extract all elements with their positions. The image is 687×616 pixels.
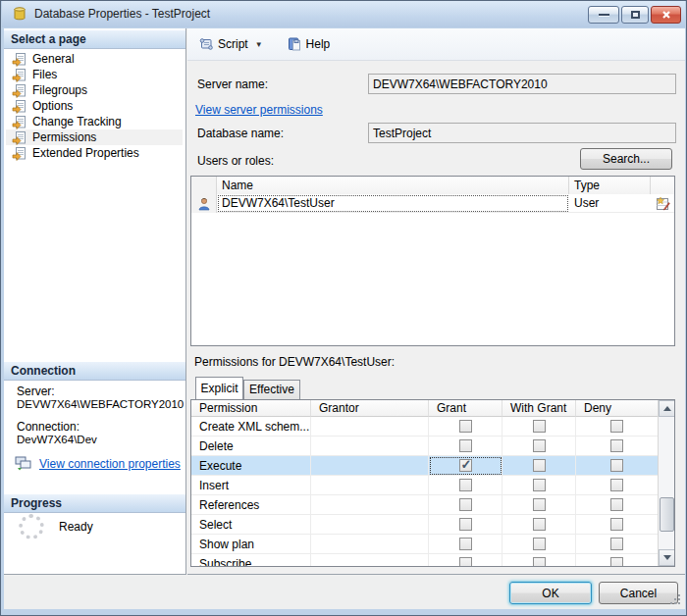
with-grant-checkbox[interactable] bbox=[533, 479, 546, 491]
permissions-table[interactable]: Permission Grantor Grant With Grant Deny… bbox=[190, 399, 675, 567]
sidebar-item-files[interactable]: Files bbox=[6, 67, 183, 82]
with-grant-checkbox[interactable] bbox=[533, 459, 546, 472]
tab-effective[interactable]: Effective bbox=[243, 380, 300, 399]
deny-cell[interactable] bbox=[576, 554, 658, 566]
permission-row-execute[interactable]: Execute bbox=[191, 456, 658, 476]
deny-checkbox[interactable] bbox=[610, 439, 623, 452]
with-grant-cell[interactable] bbox=[502, 535, 576, 554]
deny-checkbox[interactable] bbox=[610, 420, 623, 433]
col-header-grantor[interactable]: Grantor bbox=[311, 400, 429, 417]
sidebar-item-change-tracking[interactable]: Change Tracking bbox=[6, 114, 183, 129]
with-grant-checkbox[interactable] bbox=[533, 538, 546, 550]
deny-cell[interactable] bbox=[576, 535, 658, 554]
grant-checkbox[interactable] bbox=[459, 420, 472, 433]
with-grant-cell[interactable] bbox=[502, 554, 576, 566]
deny-cell[interactable] bbox=[576, 515, 658, 535]
scroll-down-button[interactable] bbox=[659, 549, 674, 566]
grant-cell[interactable] bbox=[429, 515, 502, 535]
permission-row-insert[interactable]: Insert bbox=[191, 476, 658, 495]
user-name-cell[interactable]: DEVW7X64\TestUser bbox=[217, 194, 569, 213]
with-grant-cell[interactable] bbox=[502, 495, 576, 515]
deny-cell[interactable] bbox=[576, 417, 658, 436]
grant-checkbox[interactable] bbox=[459, 518, 472, 531]
deny-checkbox[interactable] bbox=[610, 459, 623, 472]
user-row[interactable]: DEVW7X64\TestUser User bbox=[191, 194, 674, 213]
edit-properties-icon[interactable] bbox=[656, 196, 670, 211]
grant-checkbox[interactable] bbox=[459, 498, 472, 511]
users-table[interactable]: Name Type DEVW7X64\TestUser User bbox=[190, 176, 675, 346]
sidebar-item-options[interactable]: Options bbox=[6, 98, 183, 114]
permission-row-select[interactable]: Select bbox=[191, 515, 658, 535]
script-button[interactable]: Script ▼ bbox=[193, 32, 268, 56]
with-grant-cell[interactable] bbox=[502, 515, 576, 535]
close-button[interactable] bbox=[651, 6, 681, 24]
deny-checkbox[interactable] bbox=[610, 479, 623, 491]
col-header-deny[interactable]: Deny bbox=[576, 400, 658, 417]
grant-checkbox[interactable] bbox=[459, 459, 472, 472]
permission-row-subscribe[interactable]: Subscribe... bbox=[191, 554, 658, 566]
grant-checkbox[interactable] bbox=[459, 557, 472, 566]
deny-checkbox[interactable] bbox=[610, 557, 623, 566]
maximize-button[interactable] bbox=[621, 6, 649, 24]
with-grant-cell[interactable] bbox=[502, 436, 576, 456]
scrollbar-thumb[interactable] bbox=[660, 497, 674, 532]
cancel-button[interactable]: Cancel bbox=[599, 582, 678, 604]
sidebar-item-permissions[interactable]: Permissions bbox=[6, 129, 183, 145]
grant-cell[interactable] bbox=[429, 417, 502, 436]
with-grant-checkbox[interactable] bbox=[533, 518, 546, 531]
grant-cell[interactable] bbox=[429, 535, 502, 554]
deny-cell[interactable] bbox=[576, 495, 658, 515]
deny-cell[interactable] bbox=[576, 436, 658, 456]
sidebar-item-filegroups[interactable]: Filegroups bbox=[6, 82, 183, 98]
minimize-button[interactable] bbox=[588, 6, 619, 24]
grant-cell[interactable] bbox=[429, 436, 502, 456]
help-button[interactable]: Help bbox=[282, 32, 336, 56]
permission-row-references[interactable]: References bbox=[191, 495, 658, 515]
main-panel: Script ▼ Help Server name: View server p… bbox=[187, 28, 685, 575]
type-column-header[interactable]: Type bbox=[569, 177, 651, 194]
with-grant-cell[interactable] bbox=[502, 476, 576, 495]
tab-explicit[interactable]: Explicit bbox=[195, 377, 243, 399]
deny-checkbox[interactable] bbox=[610, 498, 623, 511]
grant-cell[interactable] bbox=[429, 456, 502, 476]
scroll-up-button[interactable] bbox=[659, 400, 674, 417]
grant-checkbox[interactable] bbox=[459, 439, 472, 452]
col-header-grant[interactable]: Grant bbox=[429, 400, 502, 417]
with-grant-checkbox[interactable] bbox=[533, 498, 546, 511]
with-grant-cell[interactable] bbox=[502, 417, 576, 436]
search-button[interactable]: Search... bbox=[580, 148, 672, 170]
help-label: Help bbox=[306, 37, 331, 51]
view-server-permissions-link[interactable]: View server permissions bbox=[195, 103, 323, 117]
permission-row-show-plan[interactable]: Show plan bbox=[191, 535, 658, 554]
col-header-permission[interactable]: Permission bbox=[191, 400, 311, 417]
grant-cell[interactable] bbox=[429, 495, 502, 515]
sidebar-item-label: Extended Properties bbox=[32, 146, 139, 160]
sidebar-item-extended-properties[interactable]: Extended Properties bbox=[6, 145, 183, 161]
view-connection-properties-link[interactable]: View connection properties bbox=[39, 457, 181, 471]
deny-cell[interactable] bbox=[576, 456, 658, 476]
with-grant-checkbox[interactable] bbox=[533, 557, 546, 566]
database-name-field[interactable] bbox=[368, 123, 676, 143]
grant-checkbox[interactable] bbox=[459, 538, 472, 550]
grant-cell[interactable] bbox=[429, 476, 502, 495]
titlebar[interactable]: Database Properties - TestProject bbox=[2, 1, 685, 27]
permission-row-delete[interactable]: Delete bbox=[191, 436, 658, 456]
with-grant-cell[interactable] bbox=[502, 456, 576, 476]
grant-checkbox[interactable] bbox=[459, 479, 472, 491]
resize-grip[interactable] bbox=[678, 602, 680, 604]
chevron-down-icon[interactable]: ▼ bbox=[255, 40, 263, 49]
with-grant-checkbox[interactable] bbox=[533, 439, 546, 452]
col-header-with-grant[interactable]: With Grant bbox=[502, 400, 576, 417]
deny-checkbox[interactable] bbox=[610, 538, 623, 550]
with-grant-checkbox[interactable] bbox=[533, 420, 546, 433]
ok-button[interactable]: OK bbox=[509, 582, 592, 604]
grant-cell[interactable] bbox=[429, 554, 502, 566]
actions-column-header bbox=[651, 177, 674, 194]
deny-checkbox[interactable] bbox=[610, 518, 623, 531]
sidebar-item-general[interactable]: General bbox=[6, 51, 183, 67]
deny-cell[interactable] bbox=[576, 476, 658, 495]
permission-row-create-xml-schema[interactable]: Create XML schem... bbox=[191, 417, 658, 436]
name-column-header[interactable]: Name bbox=[217, 177, 569, 194]
server-name-field[interactable] bbox=[368, 74, 676, 94]
vertical-scrollbar[interactable] bbox=[658, 400, 674, 566]
